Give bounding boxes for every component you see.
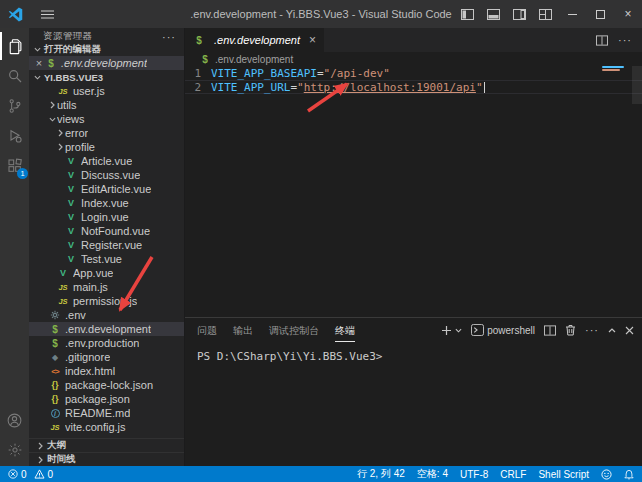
maximize-panel-icon[interactable] [608, 328, 616, 333]
tree-item-article.vue[interactable]: VArticle.vue [29, 154, 184, 168]
close-editor-icon[interactable]: × [33, 57, 45, 69]
tree-item-profile[interactable]: profile [29, 140, 184, 154]
gitignore-icon: ◆ [49, 353, 61, 362]
tree-item-discuss.vue[interactable]: VDiscuss.vue [29, 168, 184, 182]
tree-item-label: App.vue [73, 267, 113, 279]
tree-item-main.js[interactable]: JSmain.js [29, 280, 184, 294]
notifications-bell-icon[interactable] [624, 469, 634, 480]
tree-item-editarticle.vue[interactable]: VEditArticle.vue [29, 182, 184, 196]
tree-item-app.vue[interactable]: VApp.vue [29, 266, 184, 280]
vue-file-icon: V [65, 156, 77, 166]
status-item[interactable]: Shell Script [538, 469, 589, 480]
terminal-shell-icon[interactable]: powershell [471, 324, 535, 336]
panel-tab[interactable]: 问题 [197, 319, 217, 341]
tree-item-utils[interactable]: utils [29, 98, 184, 112]
menu-hamburger-icon[interactable] [30, 10, 64, 19]
kill-terminal-trash-icon[interactable] [565, 324, 576, 336]
json-file-icon: {} [49, 380, 61, 390]
tree-item-.gitignore[interactable]: ◆.gitignore [29, 350, 184, 364]
search-icon[interactable] [0, 64, 29, 88]
tree-item-views[interactable]: views [29, 112, 184, 126]
tree-item-label: views [57, 113, 85, 125]
code-line-1[interactable]: 1VITE_APP_BASEAPI="/api-dev" [185, 66, 642, 80]
tree-item-.env[interactable]: .env [29, 308, 184, 322]
status-item[interactable]: 行 2, 列 42 [357, 467, 405, 481]
split-editor-icon[interactable] [596, 35, 608, 46]
tree-item-vite.config.js[interactable]: JSvite.config.js [29, 420, 184, 434]
open-editors-header[interactable]: 打开的编辑器 [29, 42, 184, 56]
explorer-icon[interactable] [0, 34, 29, 58]
close-button[interactable]: × [614, 0, 642, 28]
tree-item-package.json[interactable]: {}package.json [29, 392, 184, 406]
editor-more-actions-icon[interactable]: ··· [618, 34, 632, 46]
shellscript-icon: $ [49, 324, 61, 335]
feedback-smiley-icon[interactable] [601, 469, 612, 480]
shellscript-icon: $ [193, 35, 205, 46]
chevron-right-icon [35, 442, 45, 450]
code-line-2[interactable]: 2VITE_APP_URL="http://localhost:19001/ap… [185, 80, 642, 94]
panel-tab[interactable]: 终端 [335, 319, 355, 342]
tree-item-permission.js[interactable]: JSpermission.js [29, 294, 184, 308]
toggle-panel-icon[interactable] [480, 0, 506, 28]
tab-close-icon[interactable]: × [309, 33, 316, 47]
chevron-down-icon [47, 117, 57, 122]
minimize-button[interactable] [558, 0, 586, 28]
tree-item-label: .gitignore [65, 351, 110, 363]
breadcrumb-file: .env.development [215, 54, 293, 65]
tree-item-register.vue[interactable]: VRegister.vue [29, 238, 184, 252]
panel-tab[interactable]: 调试控制台 [269, 319, 319, 341]
tree-item-label: error [65, 127, 88, 139]
account-icon[interactable] [0, 408, 29, 432]
settings-gear-icon[interactable] [0, 438, 29, 462]
close-panel-icon[interactable] [625, 326, 634, 335]
tree-item-user.js[interactable]: JSuser.js [29, 84, 184, 98]
markdown-info-icon: i [49, 409, 61, 418]
tree-item-notfound.vue[interactable]: VNotFound.vue [29, 224, 184, 238]
minimap-mark [602, 66, 624, 68]
timeline-section-header[interactable]: 时间线 [29, 452, 184, 466]
split-terminal-icon[interactable] [544, 325, 556, 336]
vue-file-icon: V [65, 170, 77, 180]
tree-item-test.vue[interactable]: VTest.vue [29, 252, 184, 266]
run-debug-icon[interactable] [0, 124, 29, 148]
tree-item-label: .env.development [65, 323, 151, 335]
open-editor-item[interactable]: × $ .env.development [29, 56, 184, 70]
minimap-slider[interactable] [632, 66, 642, 104]
panel-more-actions-icon[interactable]: ··· [585, 324, 599, 336]
tree-item-error[interactable]: error [29, 126, 184, 140]
status-item[interactable]: 空格: 4 [417, 467, 448, 481]
panel-tab[interactable]: 输出 [233, 319, 253, 341]
tree-item-readme.md[interactable]: iREADME.md [29, 406, 184, 420]
minimap [602, 66, 632, 72]
shellscript-icon: $ [49, 338, 61, 349]
new-terminal-icon[interactable] [441, 325, 462, 336]
editor-tab-bar: $ .env.development × ··· [185, 28, 642, 52]
sidebar-more-actions-icon[interactable]: ··· [162, 31, 176, 43]
tree-item-package-lock.json[interactable]: {}package-lock.json [29, 378, 184, 392]
activity-bar: 1 [0, 28, 29, 466]
problems-status[interactable]: 0 0 [8, 469, 53, 480]
outline-section-header[interactable]: 大纲 [29, 438, 184, 452]
url-link[interactable]: http://localhost:19001/api [304, 81, 476, 94]
toggle-secondary-sidebar-icon[interactable] [506, 0, 532, 28]
customize-layout-icon[interactable] [532, 0, 558, 28]
terminal-output[interactable]: PS D:\CSharp\Yi\Yi.BBS.Vue3> [185, 342, 642, 466]
code-editor[interactable]: 1VITE_APP_BASEAPI="/api-dev"2VITE_APP_UR… [185, 66, 642, 317]
breadcrumb[interactable]: $ .env.development [185, 52, 642, 66]
vue-file-icon: V [65, 212, 77, 222]
source-control-icon[interactable] [0, 94, 29, 118]
extensions-icon[interactable]: 1 [0, 154, 29, 178]
vue-file-icon: V [65, 240, 77, 250]
tree-item-.env.production[interactable]: $.env.production [29, 336, 184, 350]
tree-item-label: main.js [73, 281, 108, 293]
tree-item-index.html[interactable]: <>index.html [29, 364, 184, 378]
status-item[interactable]: CRLF [500, 469, 526, 480]
tree-item-login.vue[interactable]: VLogin.vue [29, 210, 184, 224]
tree-item-.env.development[interactable]: $.env.development [29, 322, 184, 336]
toggle-sidebar-icon[interactable] [454, 0, 480, 28]
project-root-header[interactable]: YI.BBS.VUE3 [29, 70, 184, 84]
tree-item-index.vue[interactable]: VIndex.vue [29, 196, 184, 210]
status-item[interactable]: UTF-8 [460, 469, 488, 480]
tab-env-development[interactable]: $ .env.development × [185, 28, 324, 52]
maximize-button[interactable] [586, 0, 614, 28]
